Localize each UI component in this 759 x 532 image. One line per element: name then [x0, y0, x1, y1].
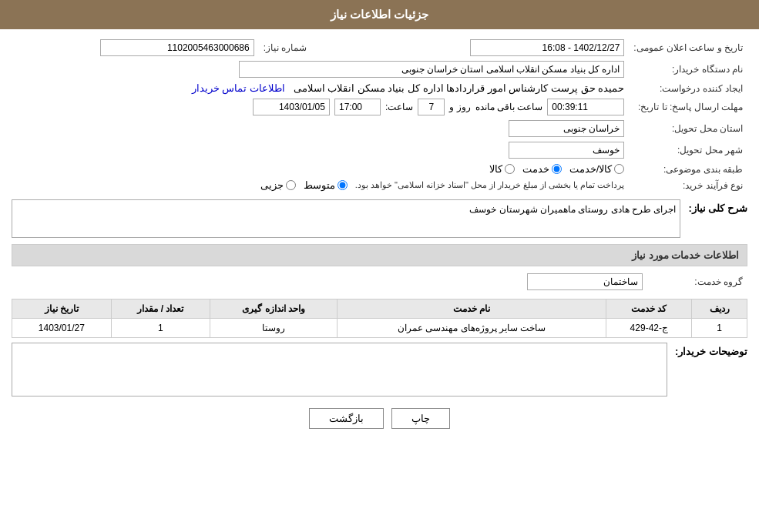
- sharh-section: شرح کلی نیاز: اجرای طرح هادی روستای ماهم…: [12, 199, 747, 238]
- sharh-label: شرح کلی نیاز:: [688, 202, 747, 214]
- motavasset-radio[interactable]: [338, 180, 348, 190]
- roz-label: روز و: [449, 102, 470, 112]
- page-container: جزئیات اطلاعات نیاز تاریخ و ساعت اعلان ع…: [0, 0, 759, 532]
- ostan-value: خراسان جنوبی: [509, 120, 624, 137]
- nam-dastgah-label: نام دستگاه خریدار:: [629, 59, 747, 80]
- saat-value: 17:00: [334, 99, 381, 115]
- kala-khadamat-radio[interactable]: [614, 164, 624, 174]
- nam-dastgah-value: اداره کل بنیاد مسکن انقلاب اسلامی استان …: [239, 61, 624, 78]
- jozi-label: جزیی: [260, 179, 284, 191]
- kala-option[interactable]: کالا: [489, 163, 515, 175]
- print-button[interactable]: چاپ: [391, 408, 450, 429]
- group-khadamat-value: ساختمان: [527, 273, 643, 290]
- countdown-value: 00:39:11: [547, 99, 624, 115]
- shahr-label: شهر محل تحویل:: [629, 139, 747, 161]
- countdown-section: 00:39:11 ساعت باقی مانده روز و 7 ساعت: 1…: [16, 99, 624, 115]
- table-row: 1ج-42-429ساخت سایر پروژه‌های مهندسی عمرا…: [12, 319, 747, 338]
- tabaqe-label: طبقه بندی موضوعی:: [629, 161, 747, 177]
- sharh-value: اجرای طرح هادی روستای ماهمیران شهرستان خ…: [12, 199, 680, 238]
- col-vahed: واحد اندازه گیری: [210, 299, 338, 319]
- tozihat-label: توضیحات خریدار:: [675, 346, 747, 357]
- group-khadamat-table: گروه خدمت: ساختمان: [12, 271, 747, 293]
- page-header: جزئیات اطلاعات نیاز: [0, 0, 759, 29]
- tozihat-section: توضیحات خریدار:: [12, 343, 747, 396]
- khadamat-section-header: اطلاعات خدمات مورد نیاز: [12, 244, 747, 266]
- jozi-option[interactable]: جزیی: [260, 179, 296, 191]
- col-kod: کد خدمت: [606, 299, 692, 319]
- nooe-farayand-label: نوع فرآیند خرید:: [629, 177, 747, 193]
- col-tedad: تعداد / مقدار: [111, 299, 210, 319]
- back-button[interactable]: بازگشت: [309, 408, 384, 429]
- tamas-kharidar-link[interactable]: اطلاعات تماس خریدار: [192, 82, 285, 94]
- motavasset-label: متوسط: [304, 179, 335, 191]
- kala-radio[interactable]: [505, 164, 515, 174]
- page-title: جزئیات اطلاعات نیاز: [331, 8, 428, 21]
- main-content: تاریخ و ساعت اعلان عمومی: 1402/12/27 - 1…: [0, 29, 759, 444]
- roz-value: 7: [418, 99, 445, 115]
- kala-khadamat-option[interactable]: کالا/خدمت: [569, 163, 625, 175]
- nooe-note: پرداخت تمام یا بخشی از مبلغ خریدار از مح…: [355, 180, 625, 190]
- tabaqe-radio-group: کالا/خدمت خدمت کالا: [16, 163, 624, 175]
- ostan-label: استان محل تحویل:: [629, 118, 747, 139]
- ijad-konande-value: حمیده حق پرست کارشناس امور قراردادها ادا…: [294, 82, 625, 94]
- kala-khadamat-label: کالا/خدمت: [569, 163, 613, 175]
- motavasset-option[interactable]: متوسط: [304, 179, 348, 191]
- date-value: 1403/01/05: [253, 99, 330, 115]
- shomara-niaz-label: شماره نیاز:: [259, 37, 359, 59]
- group-khadamat-label: گروه خدمت:: [647, 271, 747, 293]
- tozihat-textarea[interactable]: [12, 343, 667, 396]
- countdown-label: ساعت باقی مانده: [475, 102, 543, 112]
- shomara-niaz-value: 1102005463000686: [100, 39, 254, 56]
- mohlat-label: مهلت ارسال پاسخ: تا تاریخ:: [629, 96, 747, 118]
- khadamat-radio[interactable]: [552, 164, 562, 174]
- nooe-radio-group: پرداخت تمام یا بخشی از مبلغ خریدار از مح…: [16, 179, 624, 191]
- tarikh-elaan-value: 1402/12/27 - 16:08: [470, 39, 624, 56]
- button-row: چاپ بازگشت: [12, 408, 747, 429]
- shahr-value: خوسف: [509, 142, 624, 159]
- col-name: نام خدمت: [337, 299, 606, 319]
- col-tarikh: تاریخ نیاز: [12, 299, 112, 319]
- top-info-table: تاریخ و ساعت اعلان عمومی: 1402/12/27 - 1…: [12, 37, 747, 193]
- jozi-radio[interactable]: [286, 180, 296, 190]
- saat-label: ساعت:: [385, 102, 413, 112]
- tarikh-elaan-label: تاریخ و ساعت اعلان عمومی:: [629, 37, 747, 59]
- service-table: ردیف کد خدمت نام خدمت واحد اندازه گیری ت…: [12, 299, 747, 338]
- kala-label: کالا: [489, 163, 502, 175]
- khadamat-option[interactable]: خدمت: [522, 163, 562, 175]
- col-radif: ردیف: [692, 299, 747, 319]
- khadamat-label: خدمت: [522, 163, 549, 175]
- ijad-konande-label: ایجاد کننده درخواست:: [629, 80, 747, 96]
